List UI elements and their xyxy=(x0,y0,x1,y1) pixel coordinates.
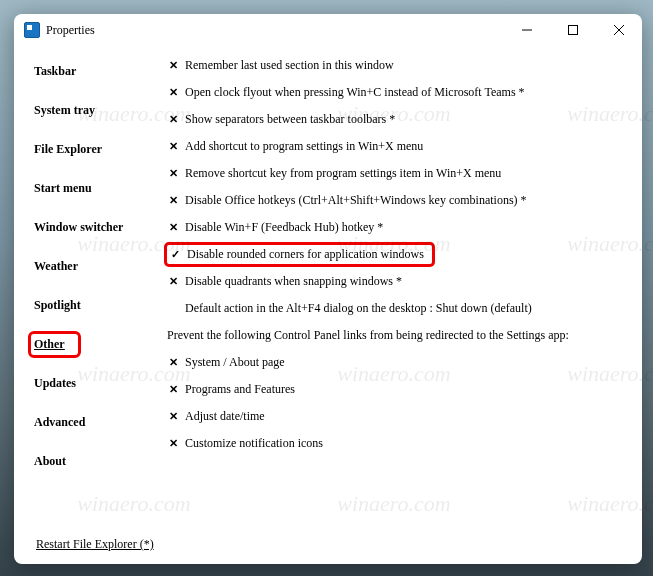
x-icon: ✕ xyxy=(167,114,179,126)
option-label: Add shortcut to program settings in Win+… xyxy=(185,139,423,154)
option-row[interactable]: ✕System / About page xyxy=(167,349,626,376)
sidebar-item-label: Taskbar xyxy=(34,64,76,78)
sidebar: TaskbarSystem trayFile ExplorerStart men… xyxy=(32,50,167,529)
sidebar-item-system-tray[interactable]: System tray xyxy=(32,91,167,130)
sidebar-item-label: Other xyxy=(34,337,65,351)
sidebar-item-start-menu[interactable]: Start menu xyxy=(32,169,167,208)
minimize-icon xyxy=(522,25,532,35)
sidebar-item-window-switcher[interactable]: Window switcher xyxy=(32,208,167,247)
maximize-icon xyxy=(568,25,578,35)
svg-rect-0 xyxy=(569,26,578,35)
option-row[interactable]: ✓Disable rounded corners for application… xyxy=(167,241,626,268)
option-row[interactable]: ✕Remember last used section in this wind… xyxy=(167,52,626,79)
sidebar-item-about[interactable]: About xyxy=(32,442,167,481)
x-icon: ✕ xyxy=(167,276,179,288)
window-title: Properties xyxy=(46,23,95,38)
sidebar-item-updates[interactable]: Updates xyxy=(32,364,167,403)
sidebar-item-taskbar[interactable]: Taskbar xyxy=(32,52,167,91)
x-icon: ✕ xyxy=(167,60,179,72)
x-icon: ✕ xyxy=(167,384,179,396)
option-label: Disable rounded corners for application … xyxy=(187,247,424,262)
x-icon: ✕ xyxy=(167,438,179,450)
sidebar-item-label: Advanced xyxy=(34,415,85,429)
altf4-default-label: Default action in the Alt+F4 dialog on t… xyxy=(185,301,532,316)
option-row[interactable]: ✕Open clock flyout when pressing Win+C i… xyxy=(167,79,626,106)
sidebar-item-other[interactable]: Other xyxy=(32,325,167,364)
option-row[interactable]: ✕Show separators between taskbar toolbar… xyxy=(167,106,626,133)
option-label: Disable Win+F (Feedback Hub) hotkey * xyxy=(185,220,383,235)
option-row[interactable]: ✕Adjust date/time xyxy=(167,403,626,430)
option-row[interactable]: ✕Disable quadrants when snapping windows… xyxy=(167,268,626,295)
option-row[interactable]: ✕Remove shortcut key from program settin… xyxy=(167,160,626,187)
x-icon: ✕ xyxy=(167,87,179,99)
content-pane: ✕Remember last used section in this wind… xyxy=(167,50,642,529)
option-label: Remove shortcut key from program setting… xyxy=(185,166,501,181)
app-icon xyxy=(24,22,40,38)
option-label: Disable Office hotkeys (Ctrl+Alt+Shift+W… xyxy=(185,193,527,208)
option-label: Adjust date/time xyxy=(185,409,265,424)
control-panel-subhead-label: Prevent the following Control Panel link… xyxy=(167,328,569,343)
sidebar-item-file-explorer[interactable]: File Explorer xyxy=(32,130,167,169)
checkmark-icon: ✓ xyxy=(169,249,181,261)
sidebar-item-weather[interactable]: Weather xyxy=(32,247,167,286)
option-row[interactable]: ✕Disable Office hotkeys (Ctrl+Alt+Shift+… xyxy=(167,187,626,214)
option-row[interactable]: ✕Disable Win+F (Feedback Hub) hotkey * xyxy=(167,214,626,241)
sidebar-item-label: Start menu xyxy=(34,181,92,195)
control-panel-subhead: Prevent the following Control Panel link… xyxy=(167,322,626,349)
properties-window: Properties TaskbarSystem trayFile Explor… xyxy=(14,14,642,564)
option-label: Show separators between taskbar toolbars… xyxy=(185,112,395,127)
x-icon: ✕ xyxy=(167,195,179,207)
option-label: Remember last used section in this windo… xyxy=(185,58,394,73)
option-label: Customize notification icons xyxy=(185,436,323,451)
option-label: Open clock flyout when pressing Win+C in… xyxy=(185,85,525,100)
option-row[interactable]: ✕Customize notification icons xyxy=(167,430,626,457)
close-button[interactable] xyxy=(596,14,642,46)
sidebar-item-spotlight[interactable]: Spotlight xyxy=(32,286,167,325)
x-icon: ✕ xyxy=(167,222,179,234)
sidebar-item-label: Updates xyxy=(34,376,76,390)
x-icon: ✕ xyxy=(167,168,179,180)
x-icon: ✕ xyxy=(167,411,179,423)
sidebar-item-label: About xyxy=(34,454,66,468)
sidebar-item-advanced[interactable]: Advanced xyxy=(32,403,167,442)
minimize-button[interactable] xyxy=(504,14,550,46)
restart-file-explorer-link[interactable]: Restart File Explorer (*) xyxy=(36,537,154,551)
x-icon: ✕ xyxy=(167,357,179,369)
option-row[interactable]: ✕Programs and Features xyxy=(167,376,626,403)
altf4-default-row[interactable]: Default action in the Alt+F4 dialog on t… xyxy=(167,295,626,322)
option-row[interactable]: ✕Add shortcut to program settings in Win… xyxy=(167,133,626,160)
x-icon: ✕ xyxy=(167,141,179,153)
titlebar[interactable]: Properties xyxy=(14,14,642,46)
option-label: Disable quadrants when snapping windows … xyxy=(185,274,402,289)
sidebar-item-label: File Explorer xyxy=(34,142,102,156)
sidebar-item-label: Weather xyxy=(34,259,78,273)
sidebar-item-label: Spotlight xyxy=(34,298,81,312)
sidebar-item-label: System tray xyxy=(34,103,95,117)
close-icon xyxy=(614,25,624,35)
option-label: System / About page xyxy=(185,355,285,370)
sidebar-item-label: Window switcher xyxy=(34,220,123,234)
option-label: Programs and Features xyxy=(185,382,295,397)
maximize-button[interactable] xyxy=(550,14,596,46)
